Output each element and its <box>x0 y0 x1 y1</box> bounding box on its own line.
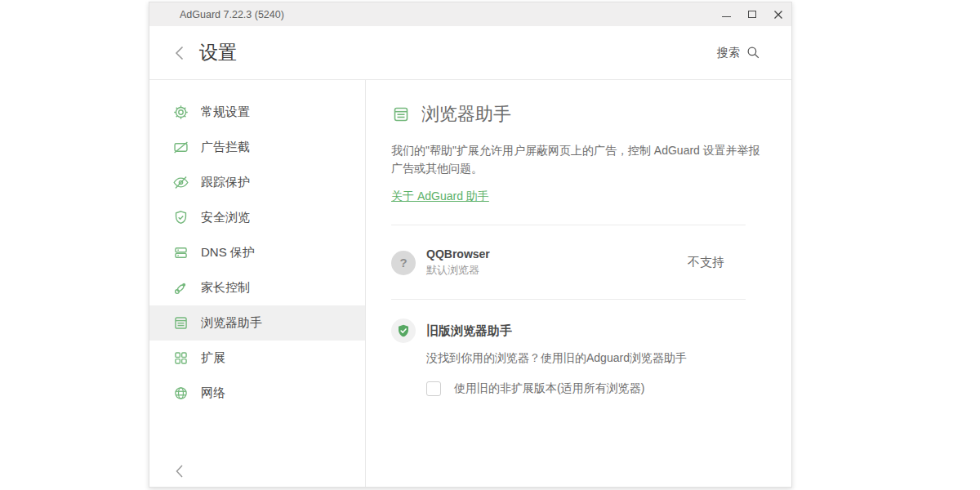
sidebar-item-safe-browsing[interactable]: 安全浏览 <box>149 200 365 235</box>
extensions-icon <box>172 350 189 367</box>
sidebar: 常规设置 广告拦截 <box>149 80 366 487</box>
parental-control-icon <box>172 279 189 296</box>
sidebar-item-ad-blocking[interactable]: 广告拦截 <box>149 130 365 165</box>
ad-blocking-icon <box>172 139 189 156</box>
minimize-icon <box>722 16 731 17</box>
collapse-sidebar-button[interactable] <box>174 464 189 479</box>
sidebar-item-label: 家长控制 <box>201 280 250 296</box>
safe-browsing-icon <box>172 209 189 226</box>
search-label: 搜索 <box>717 46 740 60</box>
sidebar-item-parental-control[interactable]: 家长控制 <box>149 270 365 305</box>
sidebar-item-label: 浏览器助手 <box>201 315 262 331</box>
search-icon <box>746 45 761 60</box>
use-legacy-version-checkbox[interactable] <box>426 381 441 396</box>
browser-assistant-icon <box>172 314 189 332</box>
window-title: AdGuard 7.22.3 (5240) <box>180 9 284 20</box>
default-browser-label: 默认浏览器 <box>426 263 490 278</box>
sidebar-item-label: DNS 保护 <box>201 245 255 261</box>
search-button[interactable]: 搜索 <box>717 45 761 60</box>
browser-info: QQBrowser 默认浏览器 <box>426 247 490 278</box>
adguard-settings-window: AdGuard 7.22.3 (5240) 设置 搜索 <box>149 2 792 488</box>
maximize-icon <box>748 11 756 18</box>
tracking-protection-icon <box>172 174 189 191</box>
sidebar-item-browser-assistant[interactable]: 浏览器助手 <box>149 305 365 341</box>
content-title-row: 浏览器助手 <box>391 102 791 127</box>
sidebar-item-label: 常规设置 <box>201 105 250 120</box>
sidebar-item-label: 网络 <box>201 385 225 401</box>
minimize-button[interactable] <box>713 2 739 26</box>
assistant-description: 我们的"帮助"扩展允许用户屏蔽网页上的广告，控制 AdGuard 设置并举报广告… <box>391 141 791 177</box>
legacy-assistant-info: 旧版浏览器助手 没找到你用的浏览器？使用旧的Adguard浏览器助手 使用旧的非… <box>426 318 687 396</box>
chevron-left-icon <box>174 464 185 479</box>
browser-row-qqbrowser: ? QQBrowser 默认浏览器 不支持 <box>391 225 746 299</box>
unknown-browser-icon: ? <box>391 251 416 275</box>
sidebar-item-extensions[interactable]: 扩展 <box>149 341 365 376</box>
browser-assistant-icon <box>391 105 411 124</box>
back-button[interactable] <box>174 44 189 62</box>
page-title: 设置 <box>199 40 237 65</box>
network-icon <box>172 385 189 402</box>
gear-icon <box>172 104 189 121</box>
legacy-checkbox-label: 使用旧的非扩展版本(适用所有浏览器) <box>454 381 644 396</box>
legacy-assistant-description: 没找到你用的浏览器？使用旧的Adguard浏览器助手 <box>426 351 687 366</box>
description-line-1: 我们的"帮助"扩展允许用户屏蔽网页上的广告，控制 AdGuard 设置并举报 <box>391 144 760 157</box>
sidebar-item-label: 跟踪保护 <box>201 175 250 190</box>
titlebar: AdGuard 7.22.3 (5240) <box>149 2 791 26</box>
chevron-left-icon <box>174 45 185 61</box>
legacy-checkbox-row: 使用旧的非扩展版本(适用所有浏览器) <box>426 381 687 396</box>
legacy-assistant-section: 旧版浏览器助手 没找到你用的浏览器？使用旧的Adguard浏览器助手 使用旧的非… <box>391 300 746 396</box>
settings-header: 设置 搜索 <box>149 26 791 80</box>
maximize-button[interactable] <box>739 2 765 26</box>
legacy-assistant-shield-icon <box>391 318 416 343</box>
content-title: 浏览器助手 <box>421 102 511 127</box>
sidebar-item-tracking-protection[interactable]: 跟踪保护 <box>149 165 365 200</box>
close-icon <box>773 10 783 20</box>
about-adguard-assistant-link[interactable]: 关于 AdGuard 助手 <box>391 189 489 204</box>
question-mark-icon: ? <box>399 256 407 270</box>
close-button[interactable] <box>765 2 791 26</box>
browser-support-status: 不支持 <box>688 255 724 270</box>
browser-assistant-panel: 浏览器助手 我们的"帮助"扩展允许用户屏蔽网页上的广告，控制 AdGuard 设… <box>366 80 791 487</box>
sidebar-item-dns-protection[interactable]: DNS 保护 <box>149 235 365 270</box>
browser-name: QQBrowser <box>426 247 490 261</box>
sidebar-item-label: 扩展 <box>201 350 225 366</box>
settings-body: 常规设置 广告拦截 <box>149 80 791 487</box>
sidebar-item-label: 安全浏览 <box>201 210 250 225</box>
sidebar-item-general-settings[interactable]: 常规设置 <box>149 95 365 130</box>
sidebar-item-network[interactable]: 网络 <box>149 376 365 411</box>
description-line-2: 广告或其他问题。 <box>391 162 483 175</box>
window-controls <box>713 2 791 26</box>
sidebar-item-label: 广告拦截 <box>201 140 250 155</box>
dns-protection-icon <box>172 244 189 261</box>
legacy-assistant-title: 旧版浏览器助手 <box>426 323 687 339</box>
